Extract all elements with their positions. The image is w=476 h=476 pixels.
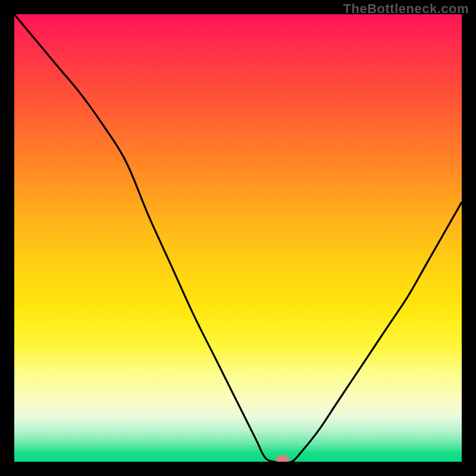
- chart-frame: TheBottleneck.com: [0, 0, 476, 476]
- curve-path: [14, 14, 462, 462]
- optimal-point-marker: [276, 456, 289, 462]
- watermark-text: TheBottleneck.com: [343, 1, 469, 17]
- bottleneck-curve: [14, 14, 462, 462]
- plot-area: [14, 14, 462, 462]
